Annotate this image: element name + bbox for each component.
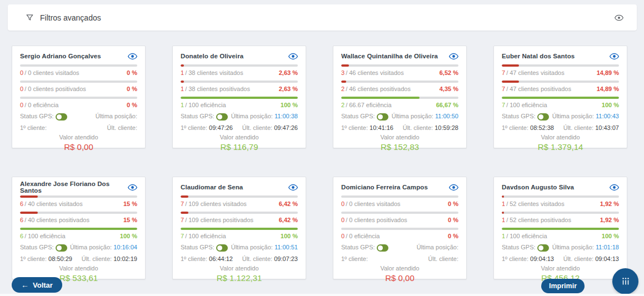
metric-count: 7 [502, 69, 505, 76]
rep-name: Wallace Quintanilha de Oliveira [341, 53, 438, 59]
view-details-eye-icon[interactable] [288, 53, 298, 60]
view-details-eye-icon[interactable] [288, 184, 298, 191]
metric-eficiencia: 7/ 100 eficiência 100 % [181, 228, 298, 240]
metric-text: 7/ 109 clientes positivados [181, 217, 253, 224]
progress-fill [181, 81, 184, 83]
cards-grid: Sergio Adriano Gonçalves 0/ 0 clientes v… [0, 31, 644, 279]
filter-icon [26, 13, 34, 22]
last-position: Última posição: 11:00:51 [231, 243, 298, 251]
view-details-eye-icon[interactable] [128, 53, 137, 60]
gps-toggle[interactable] [377, 244, 388, 252]
gps-row: Status GPS: Última posição: 11:01:18 [502, 243, 619, 252]
last-client-label: Últ. cliente: [82, 255, 112, 262]
view-details-eye-icon[interactable] [610, 184, 619, 191]
metric-percent: 100 % [120, 233, 137, 240]
first-client: 1º cliente: 09:47:26 [181, 124, 233, 132]
gps-toggle[interactable] [377, 113, 388, 121]
metric-rest: / 40 clientes positivados [24, 217, 89, 223]
view-details-eye-icon[interactable] [449, 184, 458, 191]
metric-percent: 1,92 % [600, 200, 619, 208]
gps-status-label: Status GPS: [20, 113, 54, 119]
metric-count: 1 [502, 233, 505, 239]
clients-row: 1º cliente: Últ. cliente: [341, 255, 458, 263]
metric-rest: / 100 eficiência [185, 233, 226, 239]
valor-atendido-value: R$ 0,00 [20, 142, 137, 152]
last-client-time: 09:04:13 [595, 255, 619, 262]
clients-row: 1º cliente: 09:47:26 Últ. cliente: 09:47… [181, 124, 298, 132]
metric-rest: / 0 eficiência [346, 233, 380, 239]
gps-toggle-knob [538, 114, 543, 119]
progress-fill [181, 97, 298, 99]
valor-atendido-label: Valor atendido [341, 134, 458, 141]
progress-bar-positivados [502, 81, 619, 83]
toolbar-visibility-icon[interactable] [615, 14, 623, 21]
gps-toggle-knob [378, 114, 383, 119]
metric-rest: / 66.67 eficiência [346, 102, 392, 108]
gps-toggle[interactable] [216, 244, 228, 252]
gps-row: Status GPS: Última posição: 10:16:04 [20, 243, 137, 252]
card-header: Wallace Quintanilha de Oliveira [341, 52, 458, 61]
last-position-label: Última posição: [552, 113, 594, 119]
last-position-label: Última posição: [552, 244, 594, 250]
metric-count: 1 [181, 86, 184, 92]
progress-bar-visitados [20, 64, 137, 67]
progress-bar-visitados [341, 64, 458, 67]
gps-status: Status GPS: [341, 112, 388, 121]
metric-percent: 100 % [602, 233, 619, 240]
bottom-strip [0, 294, 644, 296]
metric-text: 1/ 52 clientes positivados [502, 217, 571, 224]
view-details-eye-icon[interactable] [449, 53, 458, 60]
view-details-eye-icon[interactable] [128, 184, 137, 191]
valor-atendido-label: Valor atendido [20, 265, 137, 272]
last-client-label: Últ. cliente: [107, 124, 137, 131]
first-client: 1º cliente: 08:52:38 [502, 124, 554, 132]
metric-rest: / 40 clientes visitados [24, 200, 83, 207]
gps-status-label: Status GPS: [502, 113, 536, 119]
rep-name: Domiciano Ferreira Campos [341, 184, 428, 190]
gps-toggle[interactable] [537, 244, 549, 252]
gps-toggle[interactable] [537, 113, 549, 121]
first-client-time: 06:44:12 [209, 255, 233, 262]
progress-fill [502, 97, 619, 99]
last-client-time: 10:59:28 [435, 124, 458, 131]
view-details-eye-icon[interactable] [610, 53, 619, 60]
metric-eficiencia: 1/ 100 eficiência 100 % [181, 97, 298, 109]
metric-eficiencia: 0/ 0 eficiência 0 % [341, 228, 458, 240]
metric-text: 6/ 40 clientes visitados [20, 200, 83, 208]
list-options-fab[interactable] [612, 268, 638, 294]
metric-percent: 100 % [281, 102, 298, 109]
gps-toggle[interactable] [216, 113, 228, 121]
rep-card: Claudiomar de Sena 7/ 109 clientes visit… [172, 177, 306, 279]
metric-percent: 1,92 % [600, 217, 619, 224]
back-button[interactable]: ← Voltar [12, 277, 62, 293]
gps-status: Status GPS: [181, 243, 228, 252]
progress-bar-positivados [502, 212, 619, 214]
progress-bar-visitados [502, 64, 619, 67]
gps-toggle[interactable] [56, 113, 67, 121]
metric-text: 1/ 52 clientes visitados [502, 200, 565, 208]
metric-clientes-visitados: 3/ 46 clientes visitados 6,52 % [341, 64, 458, 77]
last-client-label: Últ. cliente: [563, 255, 593, 262]
metric-percent: 100 % [602, 102, 619, 109]
progress-bar-eficiencia [502, 97, 619, 99]
gps-status: Status GPS: [20, 112, 67, 121]
metric-eficiencia: 1/ 100 eficiência 100 % [502, 228, 619, 240]
first-client-label: 1º cliente: [502, 255, 528, 262]
first-client: 1º cliente: 10:41:16 [341, 124, 393, 132]
rep-card: Davdson Augusto Silva 1/ 52 clientes vis… [493, 177, 627, 279]
gps-toggle[interactable] [56, 244, 67, 252]
gps-status: Status GPS: [341, 243, 388, 252]
last-client-label: Últ. cliente: [242, 255, 272, 262]
first-client-time: 08:50:29 [48, 255, 72, 262]
valor-atendido-label: Valor atendido [181, 134, 298, 141]
print-button[interactable]: Imprimir [541, 279, 585, 293]
first-client-time: 08:52:38 [530, 124, 554, 131]
advanced-filters-bar[interactable]: Filtros avançados [8, 4, 637, 31]
first-client: 1º cliente: [20, 124, 47, 132]
rep-name: Alexandre Jose Floriano Dos Santos [20, 180, 128, 194]
progress-fill [502, 212, 504, 214]
metric-count: 7 [181, 233, 184, 239]
metric-percent: 0 % [448, 233, 458, 240]
metric-percent: 6,52 % [440, 69, 458, 77]
progress-fill [20, 195, 38, 198]
